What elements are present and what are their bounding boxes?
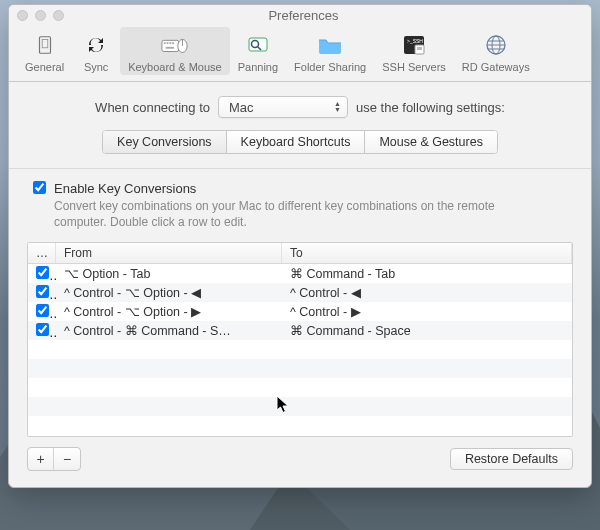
row-from: ^ Control - ⌘ Command - S… — [56, 323, 282, 338]
table-row[interactable]: ^ Control - ⌥ Option - ◀^ Control - ◀ — [28, 283, 572, 302]
tab-keyboard-shortcuts[interactable]: Keyboard Shortcuts — [227, 131, 366, 153]
table-row[interactable]: ^ Control - ⌥ Option - ▶^ Control - ▶ — [28, 302, 572, 321]
toolbar-label: Sync — [84, 61, 108, 73]
toolbar-item-rd-gateways[interactable]: RD Gateways — [454, 27, 538, 75]
col-to[interactable]: To — [282, 243, 572, 263]
toolbar-item-sync[interactable]: Sync — [72, 27, 120, 75]
toolbar-item-keyboard-mouse[interactable]: Keyboard & Mouse — [120, 27, 230, 75]
row-enabled-checkbox[interactable] — [36, 323, 49, 336]
target-os-popup[interactable]: Mac ▲▼ — [218, 96, 348, 118]
remove-button[interactable]: − — [54, 448, 80, 470]
connecting-suffix: use the following settings: — [356, 100, 505, 115]
add-button[interactable]: + — [28, 448, 54, 470]
connecting-prefix: When connecting to — [95, 100, 210, 115]
svg-text:>_SSH: >_SSH — [407, 38, 423, 44]
connecting-row: When connecting to Mac ▲▼ use the follow… — [27, 96, 573, 118]
svg-rect-5 — [169, 42, 171, 44]
table-header: … From To — [28, 243, 572, 264]
svg-rect-16 — [417, 47, 422, 50]
row-enabled-checkbox[interactable] — [36, 304, 49, 317]
add-remove-group: + − — [27, 447, 81, 471]
toolbar-item-panning[interactable]: Panning — [230, 27, 286, 75]
folder-icon — [316, 31, 344, 59]
conversions-table: … From To ⌥ Option - Tab⌘ Command - Tab^… — [27, 242, 573, 437]
row-to: ⌘ Command - Space — [282, 323, 572, 338]
divider — [9, 168, 591, 169]
table-row[interactable]: ^ Control - ⌘ Command - S…⌘ Command - Sp… — [28, 321, 572, 340]
enable-key-conversions-help: Convert key combinations on your Mac to … — [54, 198, 524, 230]
toolbar-label: Keyboard & Mouse — [128, 61, 222, 73]
table-body: ⌥ Option - Tab⌘ Command - Tab^ Control -… — [28, 264, 572, 435]
svg-rect-1 — [42, 40, 48, 48]
panning-icon — [244, 31, 272, 59]
row-to: ⌘ Command - Tab — [282, 266, 572, 281]
svg-rect-3 — [164, 42, 166, 44]
table-footer: + − Restore Defaults — [27, 447, 573, 471]
row-to: ^ Control - ▶ — [282, 304, 572, 319]
toolbar-label: Folder Sharing — [294, 61, 366, 73]
table-row — [28, 397, 572, 416]
svg-rect-6 — [172, 42, 174, 44]
table-row — [28, 378, 572, 397]
table-row — [28, 416, 572, 435]
toolbar-item-ssh-servers[interactable]: >_SSH SSH Servers — [374, 27, 454, 75]
table-row — [28, 359, 572, 378]
sync-icon — [82, 31, 110, 59]
row-to: ^ Control - ◀ — [282, 285, 572, 300]
chevron-updown-icon: ▲▼ — [334, 101, 341, 113]
col-from[interactable]: From — [56, 243, 282, 263]
titlebar: Preferences — [9, 5, 591, 25]
enable-key-conversions-row: Enable Key Conversions Convert key combi… — [27, 181, 573, 230]
content-area: When connecting to Mac ▲▼ use the follow… — [9, 82, 591, 487]
row-from: ^ Control - ⌥ Option - ▶ — [56, 304, 282, 319]
preferences-window: Preferences General Sync Keyboard & Mous… — [8, 4, 592, 488]
col-enabled[interactable]: … — [28, 243, 56, 263]
row-from: ⌥ Option - Tab — [56, 266, 282, 281]
row-enabled-checkbox[interactable] — [36, 266, 49, 279]
svg-rect-4 — [167, 42, 169, 44]
row-from: ^ Control - ⌥ Option - ◀ — [56, 285, 282, 300]
tab-mouse-gestures[interactable]: Mouse & Gestures — [365, 131, 497, 153]
globe-icon — [482, 31, 510, 59]
preferences-toolbar: General Sync Keyboard & Mouse Panning Fo… — [9, 25, 591, 82]
toolbar-label: RD Gateways — [462, 61, 530, 73]
ssh-icon: >_SSH — [400, 31, 428, 59]
table-row[interactable]: ⌥ Option - Tab⌘ Command - Tab — [28, 264, 572, 283]
svg-rect-7 — [166, 47, 174, 49]
window-title: Preferences — [24, 8, 583, 23]
keyboard-mouse-icon — [161, 31, 189, 59]
tab-key-conversions[interactable]: Key Conversions — [103, 131, 227, 153]
toolbar-label: General — [25, 61, 64, 73]
general-icon — [31, 31, 59, 59]
svg-rect-2 — [162, 40, 179, 51]
row-enabled-checkbox[interactable] — [36, 285, 49, 298]
target-os-value: Mac — [229, 100, 254, 115]
toolbar-label: SSH Servers — [382, 61, 446, 73]
toolbar-item-folder-sharing[interactable]: Folder Sharing — [286, 27, 374, 75]
enable-key-conversions-checkbox[interactable] — [33, 181, 46, 194]
restore-defaults-button[interactable]: Restore Defaults — [450, 448, 573, 470]
subsection-segmented: Key Conversions Keyboard Shortcuts Mouse… — [102, 130, 498, 154]
enable-key-conversions-label: Enable Key Conversions — [54, 181, 524, 196]
toolbar-item-general[interactable]: General — [17, 27, 72, 75]
table-row — [28, 340, 572, 359]
toolbar-label: Panning — [238, 61, 278, 73]
